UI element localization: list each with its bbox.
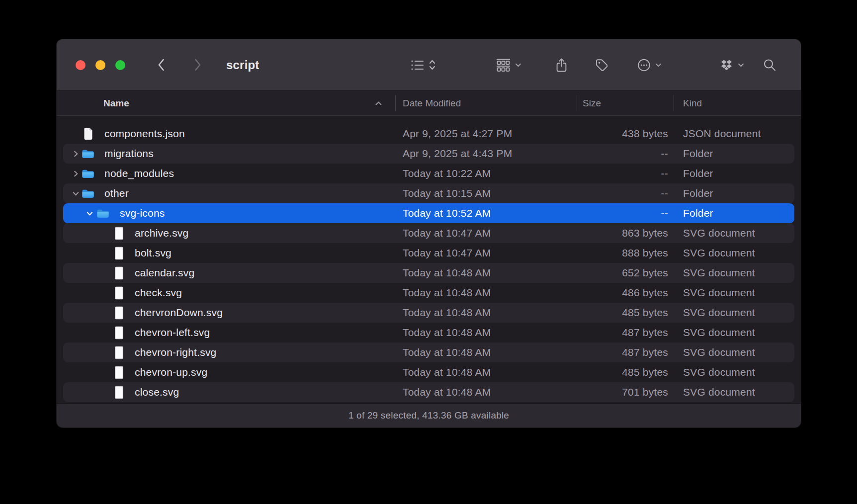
file-row-chevron-left.svg[interactable]: chevron-left.svgToday at 10:48 AM487 byt… — [57, 323, 801, 342]
forward-button[interactable] — [193, 58, 203, 72]
column-header-name[interactable]: Name — [103, 91, 129, 115]
file-date-modified: Today at 10:52 AM — [403, 203, 491, 223]
file-date-modified: Today at 10:48 AM — [403, 283, 491, 303]
file-name: components.json — [104, 124, 185, 144]
column-divider[interactable] — [577, 95, 577, 111]
file-size: 485 bytes — [554, 303, 668, 323]
file-name: chervronDown.svg — [135, 303, 223, 323]
file-kind: SVG document — [683, 303, 755, 323]
folder-icon — [82, 168, 94, 179]
file-row-svg-icons[interactable]: svg-iconsToday at 10:52 AM--Folder — [57, 203, 801, 223]
column-header-date-modified[interactable]: Date Modified — [403, 91, 461, 115]
column-divider[interactable] — [674, 95, 674, 111]
file-row-chervronDown.svg[interactable]: chervronDown.svgToday at 10:48 AM485 byt… — [57, 303, 801, 323]
file-row-close.svg[interactable]: close.svgToday at 10:48 AM701 bytesSVG d… — [57, 382, 801, 402]
column-header-bar: Name Date Modified Size Kind — [57, 91, 801, 116]
file-icon — [96, 207, 109, 220]
group-by-button[interactable] — [496, 58, 521, 72]
file-row-components.json[interactable]: components.jsonApr 9, 2025 at 4:27 PM438… — [57, 124, 801, 144]
chevron-down-icon — [738, 63, 744, 67]
search-icon — [763, 58, 776, 72]
file-kind: SVG document — [683, 263, 755, 283]
chevron-right-icon — [72, 150, 80, 158]
column-header-size[interactable]: Size — [583, 91, 601, 115]
tag-button[interactable] — [595, 58, 608, 72]
disclosure-triangle[interactable] — [72, 189, 80, 197]
svg-document-icon — [114, 286, 124, 300]
chevron-down-icon — [86, 210, 93, 217]
file-name: bolt.svg — [135, 243, 171, 263]
file-row-node_modules[interactable]: node_modulesToday at 10:22 AM--Folder — [57, 164, 801, 183]
file-size: -- — [554, 203, 668, 223]
svg-document-icon — [114, 326, 124, 339]
search-button[interactable] — [763, 58, 776, 72]
back-button[interactable] — [156, 58, 166, 72]
share-button[interactable] — [555, 58, 568, 72]
column-divider[interactable] — [395, 95, 396, 111]
chevron-down-icon — [515, 63, 521, 67]
file-name: svg-icons — [120, 203, 165, 223]
file-icon — [112, 346, 125, 359]
file-name: node_modules — [104, 164, 174, 183]
file-row-archive.svg[interactable]: archive.svgToday at 10:47 AM863 bytesSVG… — [57, 223, 801, 243]
file-row-migrations[interactable]: migrationsApr 9, 2025 at 4:43 PM--Folder — [57, 144, 801, 164]
file-icon — [112, 326, 125, 339]
file-date-modified: Apr 9, 2025 at 4:27 PM — [403, 124, 512, 144]
file-size: -- — [554, 183, 668, 203]
share-icon — [555, 58, 568, 72]
file-kind: Folder — [683, 144, 713, 164]
disclosure-triangle[interactable] — [72, 150, 80, 158]
file-kind: Folder — [683, 203, 713, 223]
file-list: components.jsonApr 9, 2025 at 4:27 PM438… — [57, 116, 801, 404]
file-size: 652 bytes — [554, 263, 668, 283]
more-actions-button[interactable] — [637, 58, 662, 72]
file-icon — [112, 286, 125, 299]
file-row-chevron-right.svg[interactable]: chevron-right.svgToday at 10:48 AM487 by… — [57, 342, 801, 362]
window-title: script — [226, 58, 259, 72]
view-options-button[interactable] — [411, 59, 435, 71]
file-size: 701 bytes — [554, 382, 668, 402]
file-icon — [112, 266, 125, 279]
file-kind: SVG document — [683, 323, 755, 342]
close-window-button[interactable] — [76, 60, 86, 70]
svg-document-icon — [114, 247, 124, 260]
toolbar: script — [57, 39, 801, 91]
traffic-lights — [76, 60, 125, 70]
file-row-check.svg[interactable]: check.svgToday at 10:48 AM486 bytesSVG d… — [57, 283, 801, 303]
disclosure-triangle[interactable] — [86, 209, 93, 217]
file-date-modified: Today at 10:47 AM — [403, 223, 491, 243]
file-kind: SVG document — [683, 243, 755, 263]
minimize-window-button[interactable] — [95, 60, 105, 70]
file-row-other[interactable]: otherToday at 10:15 AM--Folder — [57, 183, 801, 203]
file-row-bolt.svg[interactable]: bolt.svgToday at 10:47 AM888 bytesSVG do… — [57, 243, 801, 263]
chevron-right-icon — [194, 58, 202, 72]
file-icon — [82, 127, 94, 140]
dropbox-button[interactable] — [720, 59, 744, 71]
file-row-chevron-up.svg[interactable]: chevron-up.svgToday at 10:48 AM485 bytes… — [57, 362, 801, 382]
file-kind: SVG document — [683, 283, 755, 303]
file-date-modified: Today at 10:48 AM — [403, 263, 491, 283]
file-icon — [112, 247, 125, 259]
file-name: calendar.svg — [135, 263, 194, 283]
file-name: check.svg — [135, 283, 182, 303]
column-header-kind[interactable]: Kind — [683, 91, 702, 115]
file-name: migrations — [104, 144, 154, 164]
json-document-icon — [83, 127, 93, 140]
chevron-down-icon — [72, 190, 80, 197]
file-size: 486 bytes — [554, 283, 668, 303]
file-size: -- — [554, 144, 668, 164]
file-date-modified: Today at 10:48 AM — [403, 342, 491, 362]
chevron-down-icon — [655, 63, 662, 67]
file-date-modified: Today at 10:22 AM — [403, 164, 491, 183]
svg-document-icon — [114, 346, 124, 359]
file-kind: JSON document — [683, 124, 761, 144]
file-size: 863 bytes — [554, 223, 668, 243]
file-kind: Folder — [683, 164, 713, 183]
zoom-window-button[interactable] — [115, 60, 125, 70]
folder-icon — [96, 208, 109, 219]
chevron-right-icon — [72, 170, 80, 177]
disclosure-triangle[interactable] — [72, 169, 80, 177]
file-row-calendar.svg[interactable]: calendar.svgToday at 10:48 AM652 bytesSV… — [57, 263, 801, 283]
sort-ascending-icon[interactable] — [375, 99, 382, 108]
status-bar: 1 of 29 selected, 413.36 GB available — [57, 403, 801, 427]
